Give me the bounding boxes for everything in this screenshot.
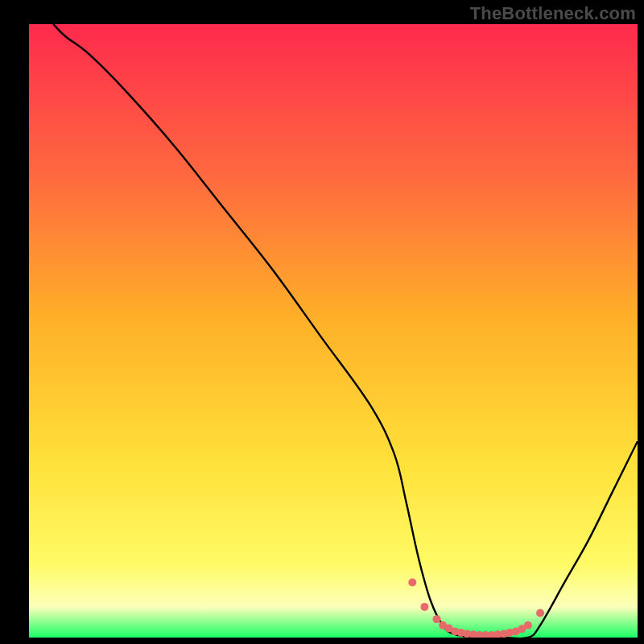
chart-frame: { "watermark": "TheBottleneck.com", "col… — [0, 0, 644, 644]
valley-dot — [433, 615, 441, 623]
valley-dot — [408, 578, 416, 586]
valley-dot — [420, 603, 428, 611]
valley-dot — [536, 609, 544, 617]
plot-gradient-background — [29, 24, 638, 638]
chart-canvas — [0, 0, 644, 644]
valley-dot — [524, 621, 532, 630]
